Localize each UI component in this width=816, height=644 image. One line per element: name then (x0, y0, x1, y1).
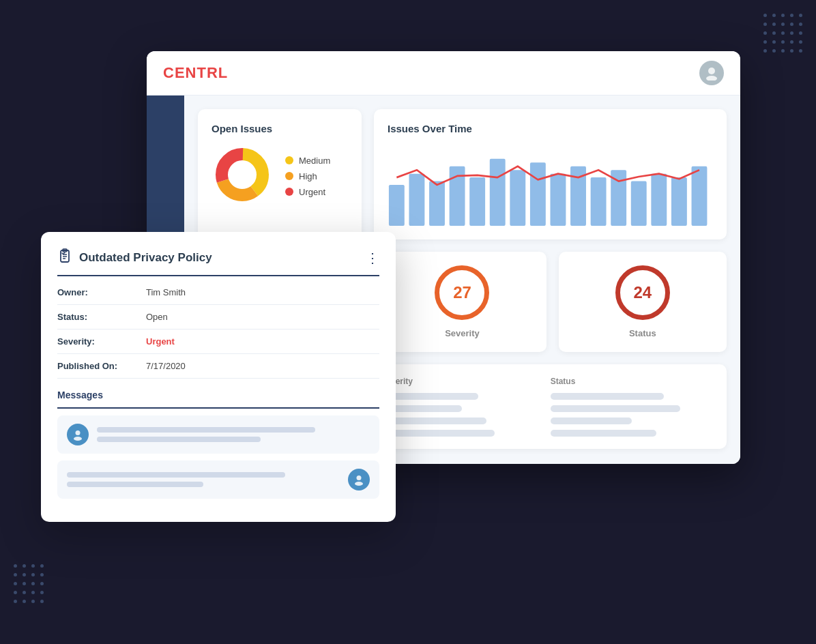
detail-fields: Owner: Tim Smith Status: Open Severity: … (57, 280, 379, 379)
label-published: Published On: (57, 361, 146, 371)
legend-item-high: High (285, 171, 330, 181)
messages-section: Messages (57, 390, 379, 499)
legend-dot-high (285, 172, 293, 180)
bar-chart-area (388, 144, 713, 226)
kebab-menu-icon[interactable]: ⋮ (366, 250, 379, 266)
svg-rect-16 (591, 177, 607, 226)
svg-rect-12 (510, 170, 525, 226)
svg-point-29 (357, 475, 362, 480)
legend-item-urgent: Urgent (285, 187, 330, 197)
svg-rect-10 (469, 177, 485, 226)
value-owner: Tim Smith (146, 287, 379, 297)
svg-rect-11 (490, 159, 506, 226)
detail-card: Outdated Privacy Policy ⋮ Owner: Tim Smi… (41, 232, 396, 522)
message-line (97, 427, 315, 433)
cell-bar (551, 430, 656, 437)
svg-point-5 (230, 162, 254, 187)
dot-grid-top-right (763, 14, 802, 53)
cell-bar (381, 418, 486, 424)
message-line (67, 482, 203, 487)
label-owner: Owner: (57, 287, 146, 297)
detail-header: Outdated Privacy Policy ⋮ (57, 248, 379, 276)
col-header-severity: Severity (381, 377, 543, 386)
field-published-on: Published On: 7/17/2020 (57, 354, 379, 379)
legend-dot-urgent (285, 188, 293, 196)
cell-bar (381, 430, 495, 437)
message-bubble-left (57, 415, 379, 454)
value-status: Open (146, 312, 379, 322)
message-line (67, 472, 285, 478)
svg-rect-13 (530, 162, 546, 226)
svg-rect-20 (671, 177, 687, 226)
message-lines-right (67, 472, 340, 487)
messages-title: Messages (57, 390, 379, 409)
open-issues-title: Open Issues (212, 123, 348, 134)
field-severity: Severity: Urgent (57, 330, 379, 354)
field-owner: Owner: Tim Smith (57, 280, 379, 305)
svg-rect-14 (551, 174, 566, 226)
stat-label-status: Status (629, 328, 656, 338)
cell-bar (551, 393, 665, 400)
clipboard-icon (57, 248, 72, 267)
col-header-status: Status (551, 377, 713, 386)
stat-severity-card: 27 Severity (378, 252, 546, 352)
legend-label-high: High (299, 171, 317, 181)
label-status: Status: (57, 312, 146, 322)
svg-point-30 (355, 482, 363, 486)
message-bubble-right (57, 460, 379, 499)
legend-label-medium: Medium (299, 156, 330, 166)
donut-chart (212, 144, 273, 208)
svg-rect-19 (651, 174, 667, 226)
message-lines-left (97, 427, 370, 442)
svg-rect-8 (429, 181, 445, 226)
label-severity: Severity: (57, 336, 146, 347)
field-status: Status: Open (57, 305, 379, 330)
svg-point-27 (76, 430, 81, 435)
stat-label-severity: Severity (445, 328, 480, 338)
svg-point-0 (708, 68, 715, 74)
top-row: Open Issues (198, 109, 727, 239)
cell-bar (551, 405, 681, 412)
cell-bar (551, 418, 632, 424)
dashboard-header: CENTRL (147, 51, 740, 96)
stat-circle-status: 24 (615, 265, 670, 320)
open-issues-card: Open Issues (198, 109, 362, 239)
svg-point-28 (74, 437, 82, 441)
detail-title: Outdated Privacy Policy (79, 251, 212, 265)
value-severity: Urgent (146, 336, 379, 347)
brand-logo: CENTRL (163, 64, 228, 82)
stat-status-card: 24 Status (559, 252, 727, 352)
message-line (97, 437, 261, 442)
issues-over-time-card: Issues Over Time (374, 109, 727, 239)
svg-rect-7 (409, 174, 424, 226)
stat-circle-severity: 27 (435, 265, 489, 320)
message-avatar-left (67, 424, 89, 445)
legend-label-urgent: Urgent (299, 187, 325, 197)
value-published: 7/17/2020 (146, 361, 379, 371)
svg-point-1 (706, 76, 717, 80)
svg-rect-21 (692, 166, 708, 226)
svg-rect-18 (631, 181, 647, 226)
legend-item-medium: Medium (285, 156, 330, 166)
legend-dot-medium (285, 156, 293, 164)
issues-chart-area: Medium High Urgent (212, 144, 348, 208)
issues-over-time-title: Issues Over Time (388, 123, 713, 134)
detail-title-area: Outdated Privacy Policy (57, 248, 212, 267)
message-avatar-right (348, 469, 370, 491)
user-avatar[interactable] (699, 61, 724, 85)
legend: Medium High Urgent (285, 156, 330, 197)
dot-grid-bottom-left (14, 564, 44, 603)
svg-rect-6 (389, 185, 405, 226)
